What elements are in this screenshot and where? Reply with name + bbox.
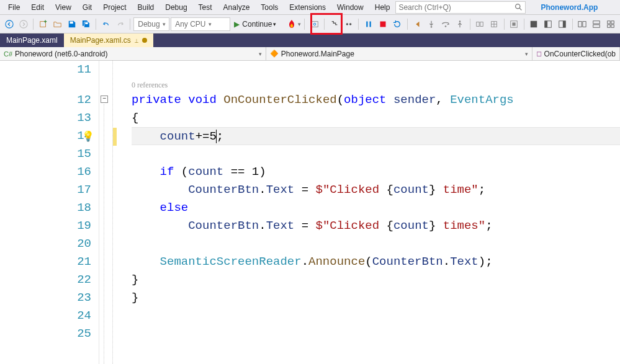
browser-link-button[interactable] bbox=[308, 17, 321, 31]
toolbar: Debug▾ Any CPU▾ ▶ Continue ▾ ▾ bbox=[0, 15, 620, 33]
code-line[interactable]: count+=5; bbox=[132, 127, 620, 145]
dock-5-button[interactable] bbox=[590, 17, 603, 31]
forward-button[interactable] bbox=[17, 17, 30, 31]
change-marker-column bbox=[113, 61, 118, 364]
menu-help[interactable]: Help bbox=[369, 2, 396, 13]
quick-search[interactable] bbox=[395, 1, 526, 14]
code-line[interactable]: { bbox=[132, 109, 620, 127]
svg-rect-21 bbox=[513, 22, 516, 25]
code-navigation-bar: C# Phoneword (net6.0-android) ▾ 🔶 Phonew… bbox=[0, 47, 620, 61]
code-line[interactable]: private void OnCounterClicked(object sen… bbox=[132, 91, 620, 109]
restart-button[interactable] bbox=[391, 17, 404, 31]
toolbar-separator bbox=[130, 19, 130, 30]
code-line[interactable]: if (count == 1) bbox=[132, 163, 620, 181]
code-line[interactable] bbox=[132, 307, 620, 325]
svg-point-2 bbox=[5, 20, 12, 27]
code-area[interactable]: 0 referencesprivate void OnCounterClicke… bbox=[118, 61, 620, 364]
continue-button[interactable]: ▶ Continue ▾ bbox=[231, 17, 279, 31]
code-line[interactable]: } bbox=[132, 289, 620, 307]
menu-project[interactable]: Project bbox=[97, 2, 132, 13]
menu-analyze[interactable]: Analyze bbox=[218, 2, 256, 13]
code-line[interactable] bbox=[132, 145, 620, 163]
code-editor[interactable]: 11 12 13 14 15 16 17 18 19 20 21 22 23 2… bbox=[0, 61, 620, 364]
code-line[interactable]: CounterBtn.Text = $"Clicked {count} time… bbox=[132, 181, 620, 199]
menu-build[interactable]: Build bbox=[132, 2, 160, 13]
dock-1-button[interactable] bbox=[528, 17, 541, 31]
stop-button[interactable] bbox=[376, 17, 389, 31]
svg-rect-22 bbox=[531, 20, 537, 27]
save-all-button[interactable] bbox=[79, 17, 92, 31]
code-line[interactable]: } bbox=[132, 271, 620, 289]
redo-button[interactable] bbox=[114, 17, 127, 31]
code-line[interactable] bbox=[132, 235, 620, 253]
live-visual-tree-button[interactable] bbox=[508, 17, 521, 31]
menu-debug[interactable]: Debug bbox=[159, 2, 192, 13]
menu-git[interactable]: Git bbox=[77, 2, 97, 13]
hot-reload-button[interactable] bbox=[285, 17, 298, 31]
svg-rect-13 bbox=[380, 21, 386, 27]
svg-rect-12 bbox=[369, 21, 371, 27]
tab-mainpage-xaml[interactable]: MainPage.xaml bbox=[0, 33, 64, 47]
tab-mainpage-xaml-cs[interactable]: MainPage.xaml.cs ⟂ bbox=[64, 33, 153, 47]
menu-tools[interactable]: Tools bbox=[255, 2, 284, 13]
code-line[interactable]: CounterBtn.Text = $"Clicked {count} time… bbox=[132, 217, 620, 235]
svg-rect-27 bbox=[578, 21, 582, 27]
menu-file[interactable]: File bbox=[2, 2, 25, 13]
platform-dropdown[interactable]: Any CPU▾ bbox=[171, 17, 230, 31]
svg-rect-7 bbox=[312, 21, 318, 27]
process-button[interactable] bbox=[474, 17, 487, 31]
code-line[interactable]: else bbox=[132, 199, 620, 217]
menu-edit[interactable]: Edit bbox=[25, 2, 50, 13]
menu-view[interactable]: View bbox=[50, 2, 77, 13]
dock-6-button[interactable] bbox=[604, 17, 618, 31]
startup-project-label[interactable]: Phoneword.App bbox=[533, 2, 605, 13]
toolbar-separator bbox=[504, 19, 505, 30]
pause-button[interactable] bbox=[362, 17, 375, 31]
nav-project-dropdown[interactable]: C# Phoneword (net6.0-android) ▾ bbox=[0, 47, 266, 60]
breakpoints-button[interactable] bbox=[342, 17, 355, 31]
code-line[interactable]: SemanticScreenReader.Announce(CounterBtn… bbox=[132, 253, 620, 271]
codelens-references[interactable]: 0 references bbox=[132, 79, 620, 91]
fold-toggle[interactable]: − bbox=[101, 95, 108, 103]
save-button[interactable] bbox=[65, 17, 78, 31]
svg-line-1 bbox=[520, 8, 522, 10]
svg-rect-11 bbox=[366, 21, 367, 27]
undo-button[interactable] bbox=[99, 17, 112, 31]
dirty-indicator-icon bbox=[142, 38, 147, 43]
code-line[interactable] bbox=[132, 325, 620, 343]
thread-button[interactable] bbox=[488, 17, 501, 31]
search-icon bbox=[514, 3, 523, 11]
svg-rect-31 bbox=[608, 20, 610, 23]
config-dropdown[interactable]: Debug▾ bbox=[133, 17, 169, 31]
pin-icon[interactable]: ⟂ bbox=[135, 37, 138, 44]
dock-4-button[interactable] bbox=[576, 17, 589, 31]
outline-column: − bbox=[99, 61, 113, 364]
lightbulb-icon[interactable]: 💡 bbox=[82, 130, 94, 143]
search-input[interactable] bbox=[398, 3, 514, 12]
svg-point-8 bbox=[313, 23, 316, 25]
step-button[interactable] bbox=[328, 17, 341, 31]
svg-rect-4 bbox=[40, 21, 45, 27]
step-over-button[interactable] bbox=[439, 17, 452, 31]
nav-member-dropdown[interactable]: ◻ OnCounterClicked(ob bbox=[532, 47, 620, 60]
menu-test[interactable]: Test bbox=[193, 2, 218, 13]
open-button[interactable] bbox=[51, 17, 64, 31]
next-statement-button[interactable] bbox=[411, 17, 424, 31]
document-tabs: MainPage.xaml MainPage.xaml.cs ⟂ bbox=[0, 33, 620, 47]
dock-3-button[interactable] bbox=[556, 17, 569, 31]
svg-point-9 bbox=[346, 23, 349, 25]
nav-class-dropdown[interactable]: 🔶 Phoneword.MainPage ▾ bbox=[266, 47, 532, 60]
menu-extensions[interactable]: Extensions bbox=[284, 2, 331, 13]
svg-rect-24 bbox=[545, 20, 547, 27]
back-button[interactable] bbox=[2, 17, 16, 31]
new-item-button[interactable] bbox=[37, 17, 50, 31]
step-into-button[interactable] bbox=[425, 17, 438, 31]
unsaved-change-marker bbox=[113, 128, 117, 146]
svg-rect-30 bbox=[593, 24, 600, 27]
toolbar-separator bbox=[304, 19, 305, 30]
class-icon: 🔶 bbox=[270, 50, 279, 58]
play-icon: ▶ bbox=[234, 20, 240, 29]
menu-window[interactable]: Window bbox=[331, 2, 369, 13]
dock-2-button[interactable] bbox=[542, 17, 555, 31]
step-out-button[interactable] bbox=[454, 17, 467, 31]
